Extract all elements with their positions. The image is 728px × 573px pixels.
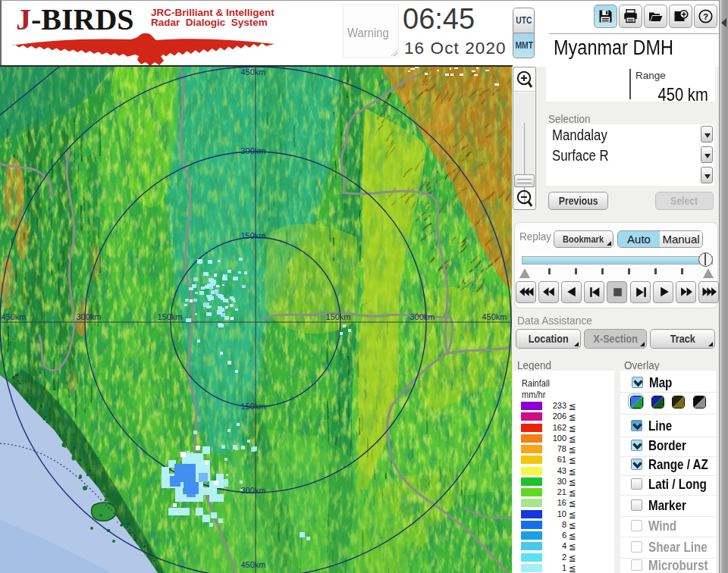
svg-text:300km: 300km bbox=[76, 312, 101, 321]
svg-text:450km: 450km bbox=[482, 312, 507, 321]
svg-text:150km: 150km bbox=[240, 402, 265, 411]
svg-text:300km: 300km bbox=[240, 486, 265, 495]
svg-text:?: ? bbox=[703, 12, 708, 21]
svg-text:150km: 150km bbox=[325, 312, 350, 321]
svg-text:300km: 300km bbox=[410, 312, 435, 321]
svg-text:150km: 150km bbox=[157, 312, 182, 321]
svg-text:300km: 300km bbox=[240, 146, 265, 155]
svg-text:150km: 150km bbox=[240, 231, 265, 240]
svg-text:450km: 450km bbox=[1, 312, 26, 321]
svg-text:450km: 450km bbox=[240, 560, 265, 569]
